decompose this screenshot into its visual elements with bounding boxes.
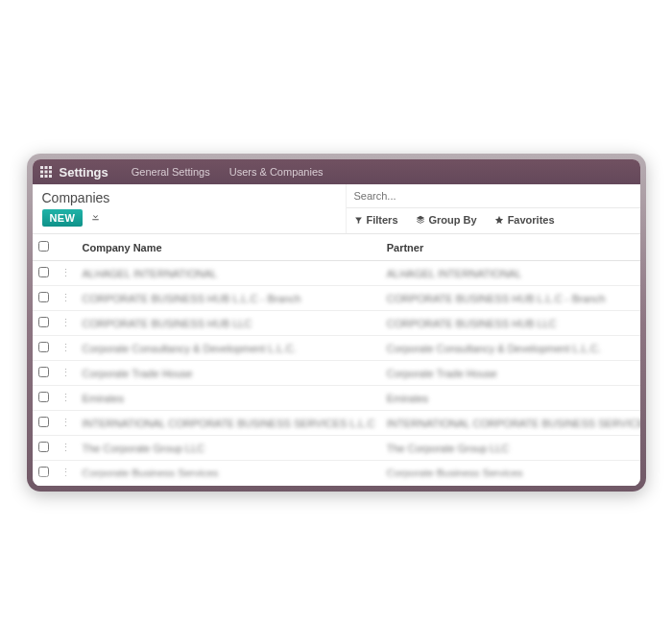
cell-company-name: Corporate Trade House [77, 361, 381, 386]
top-navbar: Settings General Settings Users & Compan… [33, 159, 640, 184]
table-row[interactable]: ⋮Corporate Consultancy & Development L.L… [33, 336, 640, 361]
row-checkbox[interactable] [38, 392, 49, 402]
table-row[interactable]: ⋮ALHAGEL INTERNATIONALALHAGEL INTERNATIO… [33, 261, 640, 286]
control-bar: Companies NEW Filters [33, 184, 640, 234]
cell-partner: INTERNATIONAL CORPORATE BUSINESS SERVICE… [381, 411, 640, 436]
search-input[interactable] [347, 184, 640, 208]
drag-handle-icon[interactable]: ⋮ [55, 336, 77, 361]
table-header-row: Company Name Partner [33, 234, 640, 261]
drag-handle-icon[interactable]: ⋮ [55, 411, 77, 436]
table-row[interactable]: ⋮EmiratesEmirates [33, 386, 640, 411]
svg-rect-5 [49, 171, 52, 174]
funnel-icon [354, 216, 363, 225]
companies-table: Company Name Partner ⋮ALHAGEL INTERNATIO… [33, 234, 640, 486]
col-partner[interactable]: Partner [381, 234, 640, 261]
cell-company-name: INTERNATIONAL CORPORATE BUSINESS SERVICE… [77, 411, 381, 436]
svg-rect-2 [49, 166, 52, 169]
table-row[interactable]: ⋮INTERNATIONAL CORPORATE BUSINESS SERVIC… [33, 411, 640, 436]
actions-row: NEW [42, 209, 336, 227]
cell-partner: ALHAGEL INTERNATIONAL [381, 261, 640, 286]
breadcrumb: Companies [42, 190, 336, 205]
table-row[interactable]: ⋮CORPORATE BUSINESS HUB L.L.C - BranchCO… [33, 286, 640, 311]
menu-general-settings[interactable]: General Settings [122, 166, 220, 178]
download-icon[interactable] [90, 211, 101, 225]
cell-partner: Emirates [381, 386, 640, 411]
apps-grid-icon[interactable] [33, 166, 60, 178]
menu-users-and-companies[interactable]: Users & Companies [220, 166, 333, 178]
cell-partner: Corporate Business Services [381, 461, 640, 486]
cell-company-name: Corporate Business Services [77, 461, 381, 486]
svg-rect-4 [44, 171, 47, 174]
favorites-label: Favorites [508, 214, 555, 226]
drag-handle-icon[interactable]: ⋮ [55, 436, 77, 461]
row-checkbox[interactable] [38, 467, 49, 477]
cell-partner: CORPORATE BUSINESS HUB L.L.C - Branch [381, 286, 640, 311]
cell-company-name: The Corporate Group LLC [77, 436, 381, 461]
filters-label: Filters [367, 214, 398, 226]
svg-rect-3 [40, 171, 43, 174]
filter-row: Filters Group By Favorites [347, 208, 640, 231]
row-checkbox[interactable] [38, 292, 49, 302]
cell-company-name: CORPORATE BUSINESS HUB LLC [77, 311, 381, 336]
cell-partner: Corporate Trade House [381, 361, 640, 386]
svg-rect-8 [49, 175, 52, 178]
drag-handle-icon[interactable]: ⋮ [55, 361, 77, 386]
cell-company-name: Corporate Consultancy & Development L.L.… [77, 336, 381, 361]
new-button[interactable]: NEW [42, 209, 84, 227]
cell-partner: CORPORATE BUSINESS HUB LLC [381, 311, 640, 336]
cell-company-name: CORPORATE BUSINESS HUB L.L.C - Branch [77, 286, 381, 311]
window-frame: Settings General Settings Users & Compan… [27, 154, 646, 492]
table-row[interactable]: ⋮The Corporate Group LLCThe Corporate Gr… [33, 436, 640, 461]
select-all-checkbox[interactable] [38, 241, 49, 252]
groupby-label: Group By [429, 214, 477, 226]
groupby-button[interactable]: Group By [416, 214, 477, 226]
row-checkbox[interactable] [38, 442, 49, 452]
app-title[interactable]: Settings [60, 165, 122, 180]
control-bar-left: Companies NEW [33, 184, 346, 233]
drag-handle-icon[interactable]: ⋮ [55, 286, 77, 311]
row-checkbox[interactable] [38, 417, 49, 427]
row-checkbox[interactable] [38, 317, 49, 327]
filters-button[interactable]: Filters [354, 214, 398, 226]
cell-company-name: Emirates [77, 386, 381, 411]
table-row[interactable]: ⋮Corporate Business ServicesCorporate Bu… [33, 461, 640, 486]
table-row[interactable]: ⋮Corporate Trade HouseCorporate Trade Ho… [33, 361, 640, 386]
drag-handle-icon[interactable]: ⋮ [55, 386, 77, 411]
star-icon [494, 215, 504, 225]
control-bar-right: Filters Group By Favorites [346, 184, 640, 233]
drag-handle-icon[interactable]: ⋮ [55, 461, 77, 486]
cell-company-name: ALHAGEL INTERNATIONAL [77, 261, 381, 286]
app-window: Settings General Settings Users & Compan… [33, 159, 640, 486]
row-checkbox[interactable] [38, 367, 49, 377]
row-checkbox[interactable] [38, 267, 49, 277]
cell-partner: Corporate Consultancy & Development L.L.… [381, 336, 640, 361]
svg-rect-6 [40, 175, 43, 178]
col-company-name[interactable]: Company Name [77, 234, 381, 261]
favorites-button[interactable]: Favorites [494, 214, 555, 226]
drag-handle-icon[interactable]: ⋮ [55, 261, 77, 286]
svg-rect-7 [44, 175, 47, 178]
layers-icon [416, 215, 425, 225]
table-row[interactable]: ⋮CORPORATE BUSINESS HUB LLCCORPORATE BUS… [33, 311, 640, 336]
row-checkbox[interactable] [38, 342, 49, 352]
drag-handle-icon[interactable]: ⋮ [55, 311, 77, 336]
cell-partner: The Corporate Group LLC [381, 436, 640, 461]
svg-rect-1 [44, 166, 47, 169]
svg-rect-0 [40, 166, 43, 169]
